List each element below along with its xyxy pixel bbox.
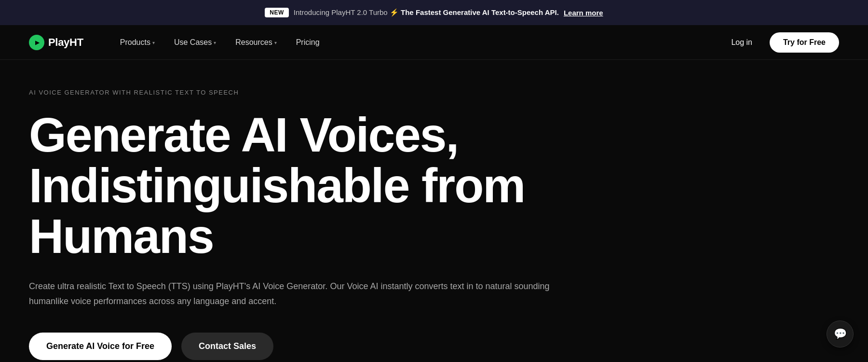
announcement-lightning: ⚡ [390, 8, 399, 16]
hero-section: AI VOICE GENERATOR WITH REALISTIC TEXT T… [0, 60, 675, 362]
hero-title: Generate AI Voices, Indistinguishable fr… [29, 110, 646, 262]
logo-icon [29, 35, 44, 50]
announcement-banner: NEW Introducing PlayHT 2.0 Turbo ⚡ The F… [0, 0, 868, 25]
nav-use-cases-label: Use Cases [174, 38, 212, 47]
nav-links: Products ▾ Use Cases ▾ Resources ▾ Prici… [112, 34, 724, 51]
chevron-down-icon: ▾ [214, 40, 216, 45]
chat-widget[interactable]: 💬 [827, 320, 854, 348]
announcement-text: Introducing PlayHT 2.0 Turbo ⚡ The Faste… [294, 8, 559, 17]
hero-buttons: Generate AI Voice for Free Contact Sales [29, 333, 646, 360]
hero-title-line2: Indistinguishable from Humans [29, 158, 525, 263]
chevron-down-icon: ▾ [152, 40, 155, 45]
learn-more-link[interactable]: Learn more [564, 9, 603, 17]
nav-item-products[interactable]: Products ▾ [112, 34, 163, 51]
announcement-intro: Introducing PlayHT 2.0 Turbo [294, 8, 388, 16]
chat-icon: 💬 [834, 328, 847, 340]
nav-actions: Log in Try for Free [723, 32, 839, 53]
nav-products-label: Products [120, 38, 150, 47]
login-button[interactable]: Log in [723, 34, 760, 51]
logo-text: PlayHT [48, 36, 83, 49]
nav-resources-label: Resources [235, 38, 272, 47]
try-free-button[interactable]: Try for Free [770, 32, 839, 53]
nav-item-use-cases[interactable]: Use Cases ▾ [166, 34, 224, 51]
navbar: PlayHT Products ▾ Use Cases ▾ Resources … [0, 25, 868, 60]
generate-voice-button[interactable]: Generate AI Voice for Free [29, 333, 172, 360]
chevron-down-icon: ▾ [274, 40, 277, 45]
contact-sales-button[interactable]: Contact Sales [181, 333, 273, 360]
nav-item-pricing[interactable]: Pricing [288, 34, 327, 51]
hero-eyebrow: AI VOICE GENERATOR WITH REALISTIC TEXT T… [29, 89, 646, 96]
nav-item-resources[interactable]: Resources ▾ [228, 34, 284, 51]
hero-title-line1: Generate AI Voices, [29, 108, 458, 162]
new-badge: NEW [265, 8, 289, 17]
announcement-bold: The Fastest Generative AI Text-to-Speech… [401, 8, 559, 16]
hero-description: Create ultra realistic Text to Speech (T… [29, 279, 559, 308]
logo[interactable]: PlayHT [29, 35, 83, 50]
nav-pricing-label: Pricing [296, 38, 320, 47]
